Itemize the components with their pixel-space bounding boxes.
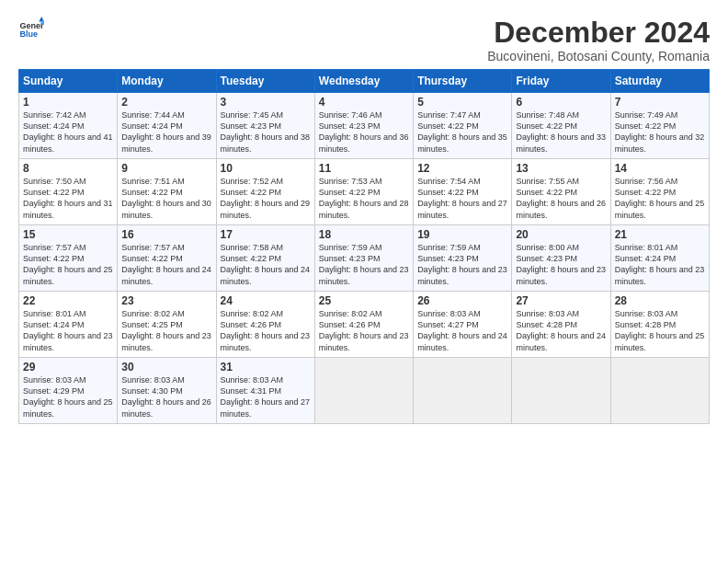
day-number: 22 — [23, 294, 113, 307]
header: General Blue December 2024 Bucovineni, B… — [18, 17, 710, 63]
day-number: 27 — [516, 294, 606, 307]
col-wednesday: Wednesday — [314, 70, 413, 93]
calendar-cell: 21 Sunrise: 8:01 AM Sunset: 4:24 PM Dayl… — [610, 225, 709, 292]
day-number: 31 — [221, 361, 311, 373]
col-sunday: Sunday — [19, 70, 118, 93]
calendar-cell: 28 Sunrise: 8:03 AM Sunset: 4:28 PM Dayl… — [610, 292, 709, 358]
day-number: 16 — [121, 228, 211, 241]
day-info: Sunrise: 8:03 AM Sunset: 4:28 PM Dayligh… — [615, 309, 705, 351]
calendar-cell: 16 Sunrise: 7:57 AM Sunset: 4:22 PM Dayl… — [118, 225, 216, 292]
day-number: 18 — [319, 228, 409, 241]
day-info: Sunrise: 8:00 AM Sunset: 4:23 PM Dayligh… — [516, 243, 606, 285]
day-number: 28 — [615, 294, 705, 307]
day-number: 3 — [221, 96, 311, 109]
day-info: Sunrise: 7:48 AM Sunset: 4:22 PM Dayligh… — [516, 110, 606, 153]
calendar-cell: 14 Sunrise: 7:56 AM Sunset: 4:22 PM Dayl… — [610, 159, 709, 225]
day-number: 9 — [121, 162, 211, 175]
week-row-1: 1 Sunrise: 7:42 AM Sunset: 4:24 PM Dayli… — [19, 93, 710, 159]
calendar-cell: 11 Sunrise: 7:53 AM Sunset: 4:22 PM Dayl… — [314, 159, 413, 225]
day-number: 12 — [417, 162, 507, 175]
calendar-cell: 8 Sunrise: 7:50 AM Sunset: 4:22 PM Dayli… — [19, 159, 118, 225]
col-tuesday: Tuesday — [216, 70, 314, 93]
calendar-cell — [414, 358, 512, 424]
calendar-cell: 6 Sunrise: 7:48 AM Sunset: 4:22 PM Dayli… — [512, 93, 610, 159]
page: General Blue December 2024 Bucovineni, B… — [0, 0, 728, 563]
day-info: Sunrise: 8:02 AM Sunset: 4:26 PM Dayligh… — [319, 309, 409, 351]
col-friday: Friday — [512, 70, 610, 93]
day-info: Sunrise: 7:42 AM Sunset: 4:24 PM Dayligh… — [23, 110, 113, 153]
calendar-cell: 23 Sunrise: 8:02 AM Sunset: 4:25 PM Dayl… — [118, 292, 216, 358]
subtitle: Bucovineni, Botosani County, Romania — [487, 49, 710, 63]
calendar-cell: 24 Sunrise: 8:02 AM Sunset: 4:26 PM Dayl… — [216, 292, 314, 358]
day-info: Sunrise: 8:03 AM Sunset: 4:29 PM Dayligh… — [23, 375, 113, 418]
day-info: Sunrise: 7:57 AM Sunset: 4:22 PM Dayligh… — [23, 243, 113, 285]
day-info: Sunrise: 7:56 AM Sunset: 4:22 PM Dayligh… — [615, 177, 705, 219]
calendar-cell — [512, 358, 610, 424]
calendar-cell: 30 Sunrise: 8:03 AM Sunset: 4:30 PM Dayl… — [118, 358, 216, 424]
day-number: 5 — [417, 96, 507, 109]
calendar-cell: 29 Sunrise: 8:03 AM Sunset: 4:29 PM Dayl… — [19, 358, 118, 424]
day-number: 17 — [221, 228, 311, 241]
calendar-table: Sunday Monday Tuesday Wednesday Thursday… — [18, 69, 710, 424]
calendar-cell: 26 Sunrise: 8:03 AM Sunset: 4:27 PM Dayl… — [414, 292, 512, 358]
logo: General Blue — [18, 17, 44, 42]
day-number: 19 — [417, 228, 507, 241]
logo-icon: General Blue — [18, 17, 44, 42]
calendar-cell — [610, 358, 709, 424]
calendar-cell: 20 Sunrise: 8:00 AM Sunset: 4:23 PM Dayl… — [512, 225, 610, 292]
day-info: Sunrise: 7:46 AM Sunset: 4:23 PM Dayligh… — [319, 110, 409, 153]
col-monday: Monday — [118, 70, 216, 93]
header-row: Sunday Monday Tuesday Wednesday Thursday… — [19, 70, 710, 93]
day-number: 2 — [121, 96, 211, 109]
day-info: Sunrise: 7:52 AM Sunset: 4:22 PM Dayligh… — [221, 177, 311, 219]
svg-text:General: General — [19, 21, 44, 30]
calendar-cell: 4 Sunrise: 7:46 AM Sunset: 4:23 PM Dayli… — [314, 93, 413, 159]
day-number: 23 — [121, 294, 211, 307]
day-info: Sunrise: 8:03 AM Sunset: 4:30 PM Dayligh… — [121, 375, 211, 418]
day-info: Sunrise: 8:01 AM Sunset: 4:24 PM Dayligh… — [23, 309, 113, 351]
day-info: Sunrise: 7:51 AM Sunset: 4:22 PM Dayligh… — [121, 177, 211, 219]
day-number: 13 — [516, 162, 606, 175]
week-row-2: 8 Sunrise: 7:50 AM Sunset: 4:22 PM Dayli… — [19, 159, 710, 225]
calendar-cell — [314, 358, 413, 424]
day-info: Sunrise: 7:44 AM Sunset: 4:24 PM Dayligh… — [121, 110, 211, 153]
calendar-cell: 18 Sunrise: 7:59 AM Sunset: 4:23 PM Dayl… — [314, 225, 413, 292]
day-info: Sunrise: 8:03 AM Sunset: 4:28 PM Dayligh… — [516, 309, 606, 351]
day-number: 6 — [516, 96, 606, 109]
calendar-cell: 31 Sunrise: 8:03 AM Sunset: 4:31 PM Dayl… — [216, 358, 314, 424]
calendar-cell: 2 Sunrise: 7:44 AM Sunset: 4:24 PM Dayli… — [118, 93, 216, 159]
svg-text:Blue: Blue — [19, 29, 38, 39]
calendar-cell: 10 Sunrise: 7:52 AM Sunset: 4:22 PM Dayl… — [216, 159, 314, 225]
day-number: 4 — [319, 96, 409, 109]
calendar-cell: 19 Sunrise: 7:59 AM Sunset: 4:23 PM Dayl… — [414, 225, 512, 292]
calendar-cell: 17 Sunrise: 7:58 AM Sunset: 4:22 PM Dayl… — [216, 225, 314, 292]
day-number: 20 — [516, 228, 606, 241]
calendar-cell: 13 Sunrise: 7:55 AM Sunset: 4:22 PM Dayl… — [512, 159, 610, 225]
calendar-cell: 12 Sunrise: 7:54 AM Sunset: 4:22 PM Dayl… — [414, 159, 512, 225]
calendar-cell: 5 Sunrise: 7:47 AM Sunset: 4:22 PM Dayli… — [414, 93, 512, 159]
day-info: Sunrise: 7:55 AM Sunset: 4:22 PM Dayligh… — [516, 177, 606, 219]
day-number: 8 — [23, 162, 113, 175]
day-info: Sunrise: 7:53 AM Sunset: 4:22 PM Dayligh… — [319, 177, 409, 219]
calendar-cell: 3 Sunrise: 7:45 AM Sunset: 4:23 PM Dayli… — [216, 93, 314, 159]
calendar-cell: 25 Sunrise: 8:02 AM Sunset: 4:26 PM Dayl… — [314, 292, 413, 358]
day-info: Sunrise: 8:02 AM Sunset: 4:26 PM Dayligh… — [221, 309, 311, 351]
day-number: 30 — [121, 361, 211, 373]
day-number: 10 — [221, 162, 311, 175]
calendar-cell: 9 Sunrise: 7:51 AM Sunset: 4:22 PM Dayli… — [118, 159, 216, 225]
day-info: Sunrise: 7:57 AM Sunset: 4:22 PM Dayligh… — [121, 243, 211, 285]
week-row-5: 29 Sunrise: 8:03 AM Sunset: 4:29 PM Dayl… — [19, 358, 710, 424]
week-row-3: 15 Sunrise: 7:57 AM Sunset: 4:22 PM Dayl… — [19, 225, 710, 292]
day-info: Sunrise: 8:03 AM Sunset: 4:27 PM Dayligh… — [417, 309, 507, 351]
calendar-cell: 1 Sunrise: 7:42 AM Sunset: 4:24 PM Dayli… — [19, 93, 118, 159]
day-number: 29 — [23, 361, 113, 373]
day-info: Sunrise: 8:03 AM Sunset: 4:31 PM Dayligh… — [221, 375, 311, 418]
calendar-cell: 7 Sunrise: 7:49 AM Sunset: 4:22 PM Dayli… — [610, 93, 709, 159]
month-title: December 2024 — [487, 17, 710, 49]
calendar-cell: 27 Sunrise: 8:03 AM Sunset: 4:28 PM Dayl… — [512, 292, 610, 358]
day-number: 26 — [417, 294, 507, 307]
day-number: 7 — [615, 96, 705, 109]
col-saturday: Saturday — [610, 70, 709, 93]
day-info: Sunrise: 7:49 AM Sunset: 4:22 PM Dayligh… — [615, 110, 705, 153]
day-info: Sunrise: 7:50 AM Sunset: 4:22 PM Dayligh… — [23, 177, 113, 219]
